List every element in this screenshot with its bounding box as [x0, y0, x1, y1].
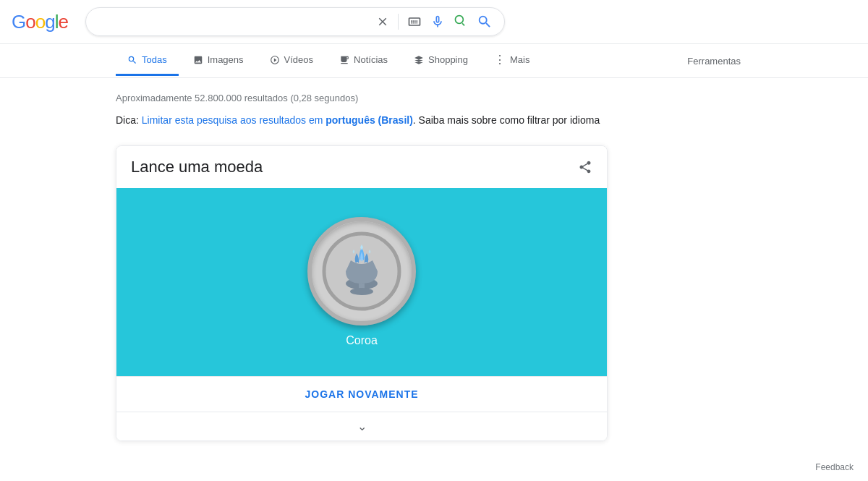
header: Google Flip a Coin [0, 0, 868, 44]
coin-result-label: Coroa [346, 334, 378, 347]
divider [398, 14, 399, 30]
play-again-button[interactable]: JOGAR NOVAMENTE [305, 388, 418, 400]
tab-shopping[interactable]: Shopping [402, 46, 480, 76]
dica-suffix: . Saiba mais sobre como filtrar por idio… [413, 114, 600, 126]
google-search-button[interactable] [477, 14, 493, 30]
tab-videos[interactable]: Vídeos [258, 46, 325, 76]
video-tab-icon [270, 55, 280, 65]
dica-label: Dica: [116, 114, 142, 126]
dica-text: Dica: Limitar esta pesquisa aos resultad… [116, 112, 752, 128]
lens-icon [454, 14, 468, 29]
lens-search-button[interactable] [454, 14, 468, 29]
coin-circle[interactable] [307, 217, 416, 325]
dica-bold: português (Brasil) [326, 114, 413, 126]
ferramentas-button[interactable]: Ferramentas [676, 47, 752, 75]
clear-button[interactable] [376, 15, 389, 28]
keyboard-button[interactable] [407, 14, 422, 29]
shopping-tab-icon [414, 55, 424, 65]
svg-point-3 [350, 288, 373, 295]
image-tab-icon [193, 55, 203, 65]
google-logo: Google [12, 11, 68, 33]
close-icon [376, 15, 389, 28]
tab-mais[interactable]: ⋮ Mais [482, 44, 541, 77]
share-button[interactable] [578, 160, 592, 174]
tab-todas[interactable]: Todas [116, 46, 179, 76]
coin-widget-title: Lance uma moeda [131, 158, 263, 176]
search-icons [376, 14, 493, 30]
news-tab-icon [339, 55, 349, 65]
nav-tabs: Todas Imagens Vídeos Notícias Shopping ⋮… [0, 44, 868, 78]
search-input[interactable]: Flip a Coin [98, 15, 370, 28]
keyboard-icon [407, 14, 422, 29]
chevron-down-icon: ⌄ [357, 420, 367, 433]
search-bar: Flip a Coin [85, 7, 505, 36]
coin-card-footer: JOGAR NOVAMENTE [116, 376, 607, 412]
dica-limit-link[interactable]: Limitar esta pesquisa aos resultados em [142, 114, 326, 126]
coin-card-expand[interactable]: ⌄ [116, 412, 607, 440]
share-icon [578, 160, 592, 174]
more-icon: ⋮ [494, 53, 506, 67]
search-tab-icon [127, 55, 137, 65]
coin-face-svg [322, 231, 401, 311]
feedback-button[interactable]: Feedback [815, 462, 854, 472]
tab-imagens[interactable]: Imagens [182, 46, 255, 76]
search-icon [477, 14, 493, 30]
coin-card-header: Lance uma moeda [116, 146, 607, 188]
microphone-icon [430, 14, 445, 29]
coin-display-area[interactable]: Coroa [116, 188, 607, 376]
main-content: Aproximadamente 52.800.000 resultados (0… [0, 78, 868, 456]
voice-search-button[interactable] [430, 14, 445, 29]
coin-widget-card: Lance uma moeda [116, 145, 608, 441]
result-stats: Aproximadamente 52.800.000 resultados (0… [116, 93, 752, 103]
tab-noticias[interactable]: Notícias [328, 46, 399, 76]
